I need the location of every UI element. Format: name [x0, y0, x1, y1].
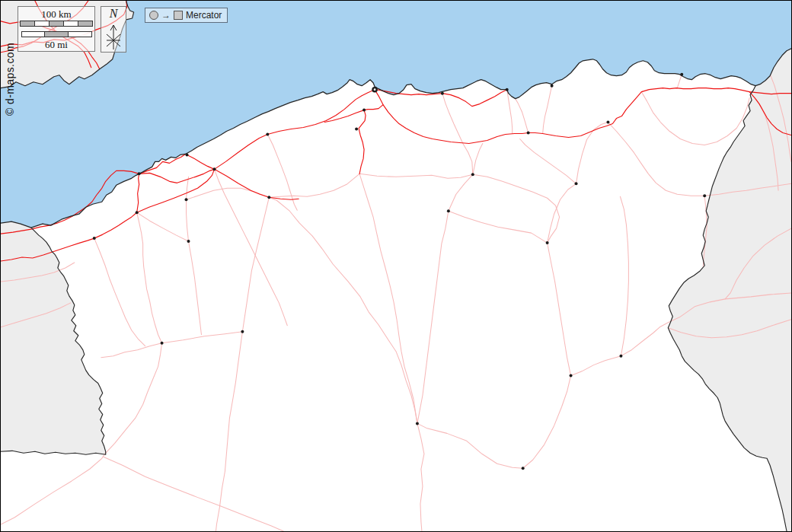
map-canvas [1, 1, 791, 531]
city-dot-8 [506, 88, 509, 91]
circle-icon [149, 11, 158, 20]
city-dot-6 [355, 128, 358, 131]
city-dot-14 [575, 182, 578, 185]
city-dot-27 [619, 355, 622, 358]
arrow-right-icon: → [161, 11, 171, 20]
city-dot-13 [471, 173, 474, 176]
city-dot-26 [570, 374, 573, 377]
scale-mi-bar [21, 31, 92, 37]
city-dot-7 [441, 92, 444, 95]
city-dot-20 [267, 196, 270, 199]
city-dot-23 [241, 330, 244, 333]
city-dot-0 [138, 172, 141, 175]
city-dot-10 [680, 73, 683, 76]
city-dot-17 [546, 241, 549, 244]
city-dot-11 [606, 121, 609, 124]
city-dot-4 [266, 133, 269, 136]
scale-bar: 100 km 60 mi [18, 6, 95, 52]
projection-label: Mercator [186, 10, 222, 21]
north-label: N [110, 7, 118, 21]
city-dot-1 [185, 198, 188, 201]
scale-km-label: 100 km [18, 8, 94, 20]
city-dot-15 [447, 209, 450, 212]
compass: N [101, 6, 126, 53]
city-dot-2 [186, 153, 189, 156]
city-dot-18 [136, 211, 139, 214]
city-dot-5 [362, 109, 366, 112]
city-dot-19 [93, 237, 96, 240]
city-dot-12 [527, 132, 530, 135]
copyright-text: © d-maps.com [4, 43, 16, 116]
city-dot-16 [703, 194, 706, 197]
city-dot-3 [212, 167, 216, 170]
city-dot-9 [551, 84, 554, 88]
city-dot-25 [522, 467, 525, 470]
scale-mi-label: 60 mi [18, 39, 94, 50]
projection-legend: → Mercator [145, 8, 228, 23]
scale-km-bar [20, 21, 93, 27]
city-dot-21 [187, 240, 190, 243]
city-dot-22 [161, 342, 164, 345]
compass-star-icon [104, 21, 123, 51]
city-dot-24 [416, 422, 419, 425]
map-window: 100 km 60 mi N → Mercator © d-map [0, 0, 792, 532]
capital-marker [372, 88, 376, 91]
square-icon [174, 11, 183, 20]
